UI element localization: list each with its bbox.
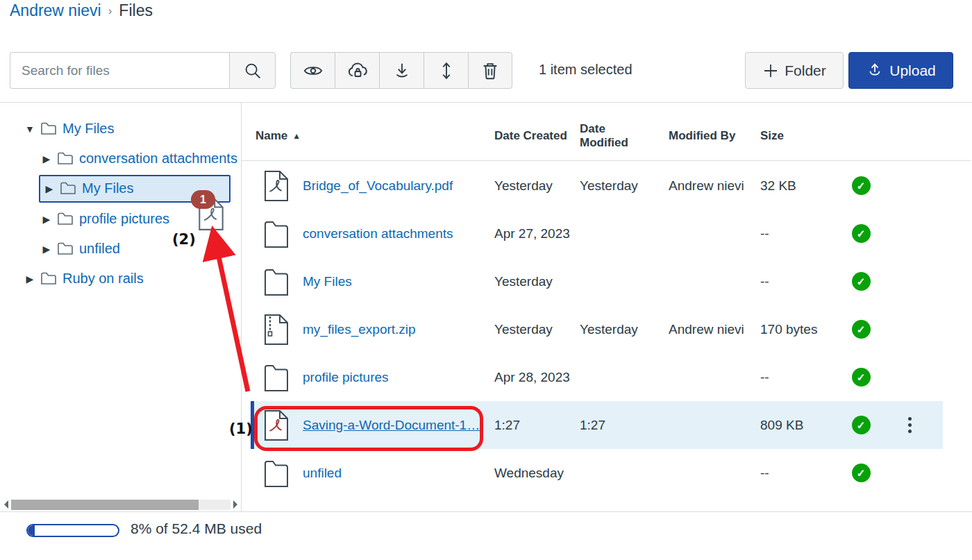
tree-item-conversation-attachments[interactable]: ▶ conversation attachments [42, 151, 237, 167]
file-list: Bridge_of_Vocabulary.pdf Yesterday Yeste… [242, 162, 972, 497]
published-check-icon[interactable]: ✓ [852, 368, 871, 387]
download-button[interactable] [379, 52, 424, 89]
download-icon [392, 60, 412, 81]
column-header-name[interactable]: Name ▲ [255, 129, 494, 143]
cell-size: 32 KB [760, 178, 833, 194]
sidebar-horizontal-scrollbar[interactable] [4, 498, 237, 511]
search-input[interactable] [10, 52, 229, 89]
storage-usage-fill [28, 525, 35, 536]
published-check-icon[interactable]: ✓ [852, 272, 871, 291]
column-header-date-created[interactable]: Date Created [494, 129, 580, 143]
folder-icon [60, 182, 76, 195]
drag-ghost-pdf: 1 [195, 198, 227, 234]
published-check-icon[interactable]: ✓ [852, 176, 871, 195]
published-check-icon[interactable]: ✓ [852, 224, 871, 243]
cell-date-created: Yesterday [494, 274, 580, 289]
scroll-left-arrow-icon[interactable] [4, 500, 8, 509]
tree-item-label: Ruby on rails [62, 271, 144, 287]
file-link[interactable]: Bridge_of_Vocabulary.pdf [303, 178, 453, 194]
row-options-kebab-menu[interactable] [904, 413, 916, 437]
table-header: Name ▲ Date Created Date Modified Modifi… [242, 111, 971, 161]
cell-date-created: Yesterday [494, 322, 580, 337]
sort-ascending-icon: ▲ [292, 131, 301, 141]
move-button[interactable] [424, 52, 468, 89]
cell-date-created: 1:27 [494, 418, 580, 433]
cell-size: -- [760, 369, 833, 386]
column-header-modified-by[interactable]: Modified By [669, 129, 760, 143]
published-check-icon[interactable]: ✓ [852, 320, 871, 339]
cloud-lock-icon [346, 60, 369, 82]
add-folder-label: Folder [785, 62, 826, 79]
pdf-file-icon [264, 409, 289, 441]
folder-icon [264, 218, 289, 250]
chevron-right-icon[interactable]: ▶ [42, 214, 51, 225]
selection-status: 1 item selected [539, 62, 632, 78]
cell-date-created: Apr 28, 2023 [494, 370, 580, 385]
tree-item-label: My Files [62, 121, 114, 137]
table-row[interactable]: Bridge_of_Vocabulary.pdf Yesterday Yeste… [251, 162, 943, 210]
folder-icon [58, 152, 73, 165]
chevron-right-icon[interactable]: ▶ [44, 183, 54, 194]
folder-link[interactable]: conversation attachments [303, 226, 453, 241]
chevron-down-icon[interactable]: ▼ [25, 124, 35, 135]
cell-date-created: Wednesday [494, 466, 580, 481]
trash-icon [480, 60, 501, 81]
cell-size: -- [760, 226, 833, 242]
tree-item-my-files-selected[interactable]: ▶ My Files [44, 180, 133, 196]
tree-item-my-files-root[interactable]: ▼ My Files [25, 121, 114, 137]
selection-action-group [290, 52, 512, 89]
preview-button[interactable] [290, 52, 335, 89]
table-row[interactable]: My Files Yesterday -- ✓ [251, 257, 943, 305]
tree-item-profile-pictures[interactable]: ▶ profile pictures [42, 211, 169, 227]
published-check-icon[interactable]: ✓ [852, 464, 871, 482]
folder-link[interactable]: My Files [303, 274, 352, 289]
storage-usage-label: 8% of 52.4 MB used [131, 520, 262, 537]
chevron-right-icon[interactable]: ▶ [25, 273, 35, 285]
up-down-arrow-icon [436, 60, 457, 81]
folder-icon [58, 242, 73, 255]
breadcrumb-current: Files [119, 1, 153, 20]
toolbar-divider [0, 102, 972, 103]
table-row[interactable]: conversation attachments Apr 27, 2023 --… [251, 210, 943, 257]
chevron-right-icon[interactable]: ▶ [42, 244, 51, 255]
table-row[interactable]: profile pictures Apr 28, 2023 -- ✓ [251, 353, 943, 401]
scroll-right-arrow-icon[interactable] [233, 500, 237, 509]
published-check-icon[interactable]: ✓ [852, 416, 871, 434]
manage-access-button[interactable] [335, 52, 379, 89]
tree-item-unfiled[interactable]: ▶ unfiled [42, 241, 120, 257]
tree-item-ruby-on-rails[interactable]: ▶ Ruby on rails [25, 271, 144, 287]
upload-button[interactable]: Upload [848, 52, 953, 89]
table-row[interactable]: my_files_export.zip Yesterday Yesterday … [251, 305, 943, 353]
folder-icon [264, 457, 289, 489]
folder-link[interactable]: unfiled [303, 466, 342, 481]
header-name-label: Name [255, 129, 287, 143]
cell-size: 809 KB [760, 417, 833, 434]
cell-date-created: Apr 27, 2023 [494, 226, 580, 241]
files-toolbar: 1 item selected Folder Upload [0, 52, 972, 89]
folder-link[interactable]: profile pictures [303, 370, 389, 385]
scrollbar-track[interactable] [11, 500, 231, 510]
scrollbar-thumb[interactable] [11, 500, 199, 510]
tree-item-label: My Files [82, 180, 133, 196]
cell-size: -- [760, 273, 833, 290]
file-link[interactable]: my_files_export.zip [303, 322, 416, 337]
breadcrumb-user-link[interactable]: Andrew nievi [10, 1, 101, 20]
tree-item-label: profile pictures [79, 211, 169, 227]
chevron-right-icon[interactable]: ▶ [42, 153, 51, 164]
folder-icon [41, 272, 56, 285]
table-row[interactable]: unfiled Wednesday -- ✓ [251, 449, 943, 497]
cell-date-modified: Yesterday [580, 178, 669, 194]
table-row-selected[interactable]: Saving-a-Word-Document-1… 1:27 1:27 809 … [251, 401, 943, 449]
delete-button[interactable] [468, 52, 512, 89]
column-header-date-modified[interactable]: Date Modified [580, 122, 669, 150]
zip-file-icon [264, 314, 289, 346]
column-header-size[interactable]: Size [760, 129, 830, 143]
eye-icon [303, 60, 324, 81]
folder-icon [264, 362, 289, 393]
add-folder-button[interactable]: Folder [745, 52, 844, 89]
search-button[interactable] [229, 52, 276, 89]
folder-icon [58, 212, 73, 226]
storage-usage-bar [26, 524, 119, 537]
breadcrumb-separator-icon: › [108, 4, 112, 18]
file-link[interactable]: Saving-a-Word-Document-1… [303, 418, 480, 433]
